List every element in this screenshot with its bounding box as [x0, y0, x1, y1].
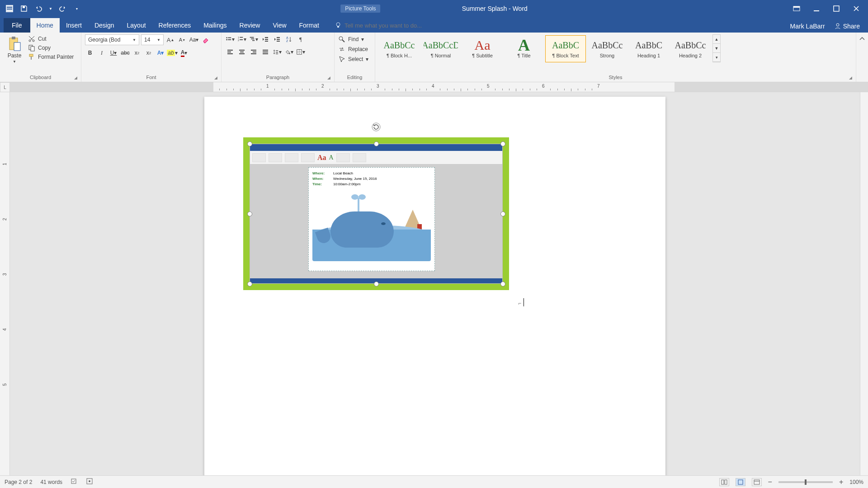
numbering-button[interactable]: 12▾: [237, 34, 247, 44]
save-icon[interactable]: [20, 5, 28, 13]
tab-selector[interactable]: L: [0, 82, 10, 92]
undo-dropdown-icon[interactable]: ▼: [49, 7, 52, 11]
tab-mailings[interactable]: Mailings: [197, 18, 233, 33]
resize-handle-br[interactable]: [500, 282, 505, 286]
style-item[interactable]: A¶ Title: [504, 35, 544, 62]
tell-me-search[interactable]: [335, 18, 453, 33]
style-item[interactable]: AaBbCcHeading 2: [670, 35, 711, 62]
vertical-ruler[interactable]: 12345: [0, 92, 10, 475]
line-spacing-button[interactable]: ▾: [272, 47, 282, 57]
ribbon-display-options-icon[interactable]: [793, 5, 800, 12]
font-color-button[interactable]: A▾: [179, 48, 189, 58]
vertical-scrollbar[interactable]: [860, 92, 868, 475]
layout-options-button[interactable]: ⌐: [518, 300, 521, 306]
highlight-button[interactable]: ab▾: [167, 48, 177, 58]
zoom-level[interactable]: 100%: [849, 479, 863, 485]
styles-scroll[interactable]: ▲ ▼ ▾: [712, 34, 721, 62]
resize-handle-bl[interactable]: [247, 282, 252, 286]
resize-handle-mr[interactable]: [500, 211, 505, 216]
dialog-launcher-icon[interactable]: ◢: [74, 75, 77, 80]
font-size-combo[interactable]: 14▼: [141, 34, 164, 45]
redo-icon[interactable]: [59, 5, 67, 13]
tab-design[interactable]: Design: [88, 18, 121, 33]
document-area[interactable]: Aa A Where:Local Beach When:Wednesday, J…: [10, 92, 860, 475]
user-name[interactable]: Mark LaBarr: [790, 23, 825, 30]
styles-more-icon[interactable]: ▾: [713, 53, 720, 62]
tab-view[interactable]: View: [266, 18, 292, 33]
replace-button[interactable]: Replace: [338, 44, 371, 54]
resize-handle-ml[interactable]: [247, 211, 252, 216]
word-count[interactable]: 41 words: [40, 479, 62, 485]
sort-button[interactable]: AZ: [284, 34, 294, 44]
minimize-icon[interactable]: [813, 5, 820, 12]
print-layout-button[interactable]: [736, 478, 745, 486]
page-indicator[interactable]: Page 2 of 2: [5, 479, 32, 485]
tab-file[interactable]: File: [4, 18, 30, 33]
align-right-button[interactable]: [249, 47, 259, 57]
tell-me-input[interactable]: [344, 22, 453, 29]
macro-icon[interactable]: [86, 478, 93, 486]
style-item[interactable]: AaBbCHeading 1: [628, 35, 669, 62]
zoom-slider[interactable]: [778, 481, 833, 483]
dialog-launcher-icon[interactable]: ◢: [849, 75, 852, 80]
share-button[interactable]: Share: [834, 23, 860, 30]
close-icon[interactable]: [853, 5, 860, 12]
font-name-combo[interactable]: Georgia (Bod▼: [85, 34, 139, 45]
resize-handle-bm[interactable]: [374, 282, 379, 286]
dialog-launcher-icon[interactable]: ◢: [327, 75, 330, 80]
qat-customize-icon[interactable]: ▾: [76, 7, 78, 11]
dialog-launcher-icon[interactable]: ◢: [214, 75, 217, 80]
selected-picture[interactable]: Aa A Where:Local Beach When:Wednesday, J…: [243, 137, 509, 290]
tab-format[interactable]: Format: [293, 18, 326, 33]
style-item[interactable]: AaBbCcStrong: [587, 35, 627, 62]
rotate-handle[interactable]: [371, 122, 381, 132]
undo-icon[interactable]: [34, 5, 42, 13]
style-item[interactable]: AaBbCcD¶ Normal: [420, 35, 461, 62]
text-effects-button[interactable]: A▾: [156, 48, 165, 58]
tab-references[interactable]: References: [152, 18, 198, 33]
styles-gallery[interactable]: AaBbCc¶ Block H...AaBbCcD¶ NormalAa¶ Sub…: [379, 34, 711, 62]
borders-button[interactable]: ▾: [296, 47, 306, 57]
page[interactable]: Aa A Where:Local Beach When:Wednesday, J…: [204, 97, 665, 475]
shading-button[interactable]: ▾: [284, 47, 294, 57]
scroll-down-icon[interactable]: ▼: [713, 44, 720, 53]
horizontal-ruler[interactable]: 1234567: [10, 82, 868, 92]
zoom-out-button[interactable]: −: [768, 478, 772, 486]
copy-button[interactable]: Copy: [28, 43, 74, 52]
style-item[interactable]: Aa¶ Subtitle: [462, 35, 503, 62]
underline-button[interactable]: U▾: [108, 48, 118, 58]
tab-review[interactable]: Review: [233, 18, 267, 33]
shrink-font-button[interactable]: A▼: [177, 35, 187, 45]
resize-handle-tl[interactable]: [247, 141, 252, 146]
scroll-up-icon[interactable]: ▲: [713, 35, 720, 44]
style-item[interactable]: AaBbC¶ Block Text: [545, 35, 586, 62]
clear-formatting-button[interactable]: [201, 35, 211, 45]
zoom-in-button[interactable]: +: [839, 478, 843, 486]
format-painter-button[interactable]: Format Painter: [28, 52, 74, 61]
read-mode-button[interactable]: [719, 478, 729, 486]
bullets-button[interactable]: ▾: [225, 34, 235, 44]
collapse-ribbon-button[interactable]: [856, 33, 868, 82]
increase-indent-button[interactable]: [272, 34, 282, 44]
tab-home[interactable]: Home: [30, 18, 60, 33]
web-layout-button[interactable]: [752, 478, 762, 486]
subscript-button[interactable]: x2: [132, 48, 142, 58]
find-button[interactable]: Find ▾: [338, 34, 371, 44]
bold-button[interactable]: B: [85, 48, 95, 58]
paste-button[interactable]: Paste ▼: [4, 34, 25, 64]
maximize-icon[interactable]: [833, 5, 840, 12]
resize-handle-tm[interactable]: [374, 141, 379, 146]
superscript-button[interactable]: x2: [144, 48, 154, 58]
italic-button[interactable]: I: [97, 48, 107, 58]
tab-insert[interactable]: Insert: [60, 18, 88, 33]
show-marks-button[interactable]: ¶: [296, 34, 306, 44]
select-button[interactable]: Select ▾: [338, 54, 371, 64]
align-center-button[interactable]: [237, 47, 247, 57]
justify-button[interactable]: [260, 47, 270, 57]
align-left-button[interactable]: [225, 47, 235, 57]
cut-button[interactable]: Cut: [28, 34, 74, 43]
tab-layout[interactable]: Layout: [121, 18, 152, 33]
strikethrough-button[interactable]: abc: [120, 48, 130, 58]
grow-font-button[interactable]: A▲: [165, 35, 175, 45]
change-case-button[interactable]: Aa▾: [189, 35, 199, 45]
